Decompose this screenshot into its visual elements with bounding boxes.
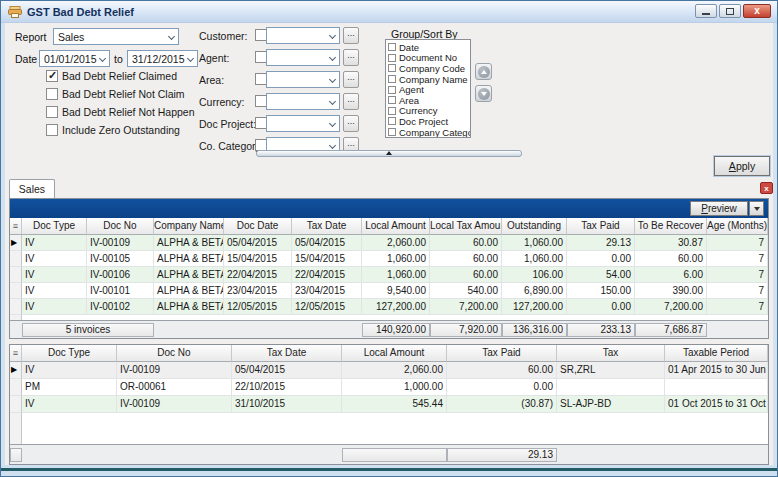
grid-cell[interactable]: 05/04/2015 [224, 235, 292, 251]
grid-cell[interactable]: OR-00061 [117, 379, 232, 396]
grid-cell[interactable]: 6.00 [635, 267, 707, 283]
tab-close-button[interactable]: x [760, 182, 773, 194]
grid-cell[interactable]: SL-AJP-BD [557, 396, 665, 413]
grid-cell[interactable]: 127,200.00 [502, 299, 567, 315]
grid-cell[interactable]: 60.00 [430, 251, 502, 267]
grid-cell[interactable]: 7 [707, 267, 768, 283]
dropdown-currency[interactable] [266, 93, 340, 110]
panel-splitter[interactable] [256, 150, 522, 157]
checkbox-doc-project[interactable] [388, 117, 396, 125]
column-header-outstanding[interactable]: Outstanding [502, 218, 567, 235]
tab-sales[interactable]: Sales [9, 179, 55, 198]
grid-cell[interactable]: IV [22, 235, 87, 251]
browse-button-area[interactable]: ... [343, 71, 359, 88]
grid-cell[interactable]: IV-00105 [87, 251, 154, 267]
grid-cell[interactable]: 540.00 [430, 283, 502, 299]
grid-cell[interactable]: 390.00 [635, 283, 707, 299]
grid-cell[interactable]: 9,540.00 [362, 283, 430, 299]
checkbox-currency[interactable] [388, 107, 396, 115]
grid-cell[interactable]: IV [22, 362, 117, 379]
column-header-tax-paid[interactable]: Tax Paid [447, 345, 557, 362]
grid-cell[interactable]: 60.00 [430, 267, 502, 283]
grid-cell[interactable]: 22/10/2015 [232, 379, 342, 396]
grid-cell[interactable]: 60.00 [635, 251, 707, 267]
grid-cell[interactable]: 106.00 [502, 267, 567, 283]
report-select[interactable]: Sales [53, 28, 179, 45]
column-header-tax-paid[interactable]: Tax Paid [567, 218, 635, 235]
browse-button-doc-project[interactable]: ... [343, 115, 359, 132]
column-header-doc-type[interactable]: Doc Type [22, 345, 117, 362]
group-item-area[interactable]: Area [388, 95, 470, 106]
group-item-company-name[interactable]: Company Name [388, 74, 470, 85]
grid-cell[interactable]: 0.00 [567, 299, 635, 315]
grid-cell[interactable]: 30.87 [635, 235, 707, 251]
grid-cell[interactable]: ALPHA & BETA C... [154, 251, 224, 267]
column-header-tax[interactable]: Tax [557, 345, 665, 362]
move-down-button[interactable] [475, 85, 492, 102]
grid-cell[interactable]: 0.00 [567, 251, 635, 267]
grid-cell[interactable]: 15/04/2015 [292, 251, 362, 267]
grid-cell[interactable]: ALPHA & BETA C... [154, 235, 224, 251]
column-header-doc-date[interactable]: Doc Date [224, 218, 292, 235]
maximize-button[interactable] [719, 4, 741, 18]
grid-cell[interactable]: 7 [707, 299, 768, 315]
grid-cell[interactable]: 2,060.00 [362, 235, 430, 251]
grid-cell[interactable]: 7 [707, 283, 768, 299]
group-item-date[interactable]: Date [388, 42, 470, 53]
group-item-agent[interactable]: Agent [388, 84, 470, 95]
grid-cell[interactable]: 22/04/2015 [224, 267, 292, 283]
grid-cell[interactable]: IV [22, 267, 87, 283]
column-header-doc-type[interactable]: Doc Type [22, 218, 87, 235]
column-header-to-be-recover[interactable]: To Be Recover [635, 218, 707, 235]
dropdown-doc-project[interactable] [266, 115, 340, 132]
grid-cell[interactable]: 31/10/2015 [232, 396, 342, 413]
grid-cell[interactable]: 7,200.00 [635, 299, 707, 315]
checkbox-agent[interactable] [388, 86, 396, 94]
grid-cell[interactable]: SR,ZRL [557, 362, 665, 379]
apply-button[interactable]: Apply [714, 156, 770, 176]
grid-cell[interactable]: 01 Apr 2015 to 30 Jun 2015 [665, 362, 768, 379]
close-button[interactable]: x [743, 4, 771, 18]
grid-cell[interactable]: ALPHA & BETA C... [154, 283, 224, 299]
grid-cell[interactable]: PM [22, 379, 117, 396]
column-header-taxable-period[interactable]: Taxable Period [665, 345, 768, 362]
checkbox-bad-debt-relief-claimed[interactable] [46, 70, 58, 82]
grid-cell[interactable]: 7 [707, 251, 768, 267]
browse-button-customer[interactable]: ... [343, 27, 359, 44]
checkbox-include-zero-outstanding[interactable] [46, 124, 58, 136]
grid-cell[interactable]: 29.13 [567, 235, 635, 251]
column-header-tax-date[interactable]: Tax Date [232, 345, 342, 362]
checkbox-document-no[interactable] [388, 54, 396, 62]
dropdown-agent[interactable] [266, 49, 340, 66]
grid-cell[interactable]: ALPHA & BETA C... [154, 299, 224, 315]
checkbox-date[interactable] [388, 43, 396, 51]
grid-cell[interactable]: IV [22, 299, 87, 315]
grid-cell[interactable]: 1,000.00 [342, 379, 447, 396]
grid-cell[interactable]: 54.00 [567, 267, 635, 283]
grid-cell[interactable]: 127,200.00 [362, 299, 430, 315]
grid-cell[interactable] [557, 379, 665, 396]
grid-cell[interactable]: 15/04/2015 [224, 251, 292, 267]
date-from-input[interactable]: 01/01/2015 [39, 50, 110, 67]
grid-cell[interactable]: 1,060.00 [362, 251, 430, 267]
grid-cell[interactable]: 7 [707, 235, 768, 251]
dropdown-area[interactable] [266, 71, 340, 88]
column-header-local-amount[interactable]: Local Amount [342, 345, 447, 362]
column-header-local-tax-amount[interactable]: Local Tax Amount [430, 218, 502, 235]
dropdown-customer[interactable] [266, 27, 340, 44]
grid-cell[interactable] [665, 379, 768, 396]
minimize-button[interactable] [695, 4, 717, 18]
grid-cell[interactable]: IV [22, 251, 87, 267]
column-header-company-name[interactable]: Company Name [154, 218, 224, 235]
grid-cell[interactable]: 60.00 [430, 235, 502, 251]
grid-cell[interactable]: IV-00102 [87, 299, 154, 315]
date-to-input[interactable]: 31/12/2015 [127, 50, 198, 67]
grid-cell[interactable]: IV-00101 [87, 283, 154, 299]
grid-cell[interactable]: 7,200.00 [430, 299, 502, 315]
browse-button-agent[interactable]: ... [343, 49, 359, 66]
grid-cell[interactable]: 01 Oct 2015 to 31 Oct 2015 [665, 396, 768, 413]
grid-cell[interactable]: 23/04/2015 [292, 283, 362, 299]
grid-cell[interactable]: 12/05/2015 [224, 299, 292, 315]
grid-cell[interactable]: ALPHA & BETA C... [154, 267, 224, 283]
grid-cell[interactable]: IV [22, 396, 117, 413]
